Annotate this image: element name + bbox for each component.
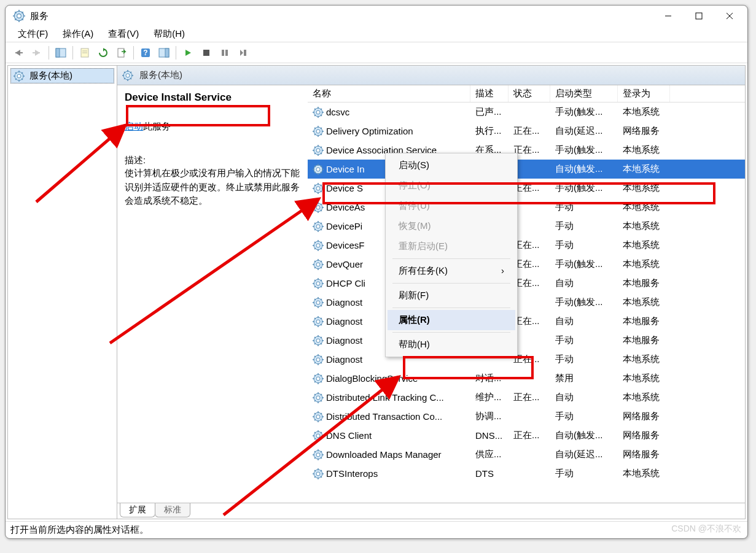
ctx-help[interactable]: 帮助(H) <box>388 335 515 355</box>
service-row[interactable]: DevQuer正在...手动(触发...本地系统 <box>308 255 745 274</box>
export-toolbar-button[interactable] <box>114 45 130 61</box>
cell-desc: 已声... <box>470 106 509 118</box>
ctx-start[interactable]: 启动(S) <box>388 155 515 176</box>
cell-start: 自动(触发... <box>550 430 618 441</box>
gear-icon <box>313 145 324 156</box>
cell-name: Downloaded Maps Manager <box>326 449 442 460</box>
help-icon: ? <box>141 48 150 58</box>
service-row[interactable]: Downloaded Maps Manager供应...自动(延迟...网络服务 <box>308 445 745 464</box>
cell-logon: 本地系统 <box>618 163 670 175</box>
gear-icon <box>313 107 324 118</box>
service-row[interactable]: DTSInteropsDTS手动本地系统 <box>308 464 745 483</box>
stop-service-button[interactable] <box>198 45 214 61</box>
description-label: 描述: <box>125 155 300 166</box>
service-row[interactable]: Diagnost手动本地服务 <box>308 331 745 350</box>
menu-action[interactable]: 操作(A) <box>55 27 101 41</box>
service-row[interactable]: Diagnost手动(触发...本地系统 <box>308 293 745 312</box>
show-hide-action-button[interactable] <box>156 45 172 61</box>
refresh-toolbar-button[interactable] <box>95 45 111 61</box>
service-row[interactable]: DialogBlockingService对话...禁用本地系统 <box>308 369 745 388</box>
gear-icon <box>313 354 324 365</box>
menu-file[interactable]: 文件(F) <box>10 27 55 41</box>
service-row[interactable]: Diagnost正在...手动本地系统 <box>308 350 745 369</box>
cell-name: DevicePi <box>326 221 362 231</box>
service-row[interactable]: DNS ClientDNS...正在...自动(触发...网络服务 <box>308 426 745 445</box>
ctx-properties[interactable]: 属性(R) <box>388 310 515 330</box>
toolbar: ? <box>6 42 747 63</box>
menu-view[interactable]: 查看(V) <box>101 27 146 41</box>
panel-icon <box>55 48 66 58</box>
service-row[interactable]: Device S正在...手动(触发...本地系统 <box>308 179 745 198</box>
content-area: 服务(本地) 服务(本地) Device Install Service 启动此… <box>7 65 746 519</box>
maximize-button[interactable] <box>684 6 714 26</box>
cell-logon: 网络服务 <box>618 125 670 137</box>
properties-toolbar-button[interactable] <box>77 45 93 61</box>
service-row[interactable]: dcsvc已声...手动(触发...本地系统 <box>308 102 745 122</box>
column-status[interactable]: 状态 <box>509 85 550 102</box>
arrow-left-icon <box>13 48 24 57</box>
chevron-right-icon: › <box>501 265 504 277</box>
nav-forward-button[interactable] <box>29 45 45 61</box>
service-row[interactable]: DevicesF正在...手动本地系统 <box>308 236 745 255</box>
column-name[interactable]: 名称 <box>308 85 470 102</box>
tab-standard[interactable]: 标准 <box>155 503 190 517</box>
service-row[interactable]: DevicePi手动本地系统 <box>308 217 745 236</box>
tab-extended[interactable]: 扩展 <box>120 503 155 517</box>
column-startup-type[interactable]: 启动类型 <box>550 85 618 102</box>
start-suffix: 此服务 <box>143 121 171 131</box>
service-row[interactable]: Distributed Link Tracking C...维护...正在...… <box>308 388 745 407</box>
service-row[interactable]: Distributed Transaction Co...协调...手动网络服务 <box>308 407 745 426</box>
help-toolbar-button[interactable]: ? <box>138 45 154 61</box>
pause-service-button[interactable] <box>217 45 233 61</box>
service-row[interactable]: DeviceAs手动本地系统 <box>308 198 745 217</box>
gear-icon <box>14 71 25 82</box>
cell-logon: 网络服务 <box>618 430 670 441</box>
play-icon <box>184 49 192 56</box>
service-row[interactable]: Diagnost正在...自动本地服务 <box>308 312 745 331</box>
cell-name: Delivery Optimization <box>326 126 413 136</box>
column-description[interactable]: 描述 <box>470 85 509 102</box>
maximize-icon <box>695 12 703 20</box>
cell-name: Distributed Transaction Co... <box>326 411 442 422</box>
gear-icon <box>313 411 324 422</box>
ctx-sep <box>392 307 510 308</box>
tree-item-services-local[interactable]: 服务(本地) <box>10 68 114 83</box>
cell-name: Diagnost <box>326 316 362 327</box>
tree-pane: 服务(本地) <box>8 66 117 519</box>
gear-icon <box>313 430 324 441</box>
restart-service-button[interactable] <box>235 45 251 61</box>
svg-rect-25 <box>165 48 169 57</box>
cell-start: 手动 <box>550 411 618 422</box>
service-row[interactable]: Delivery Optimization执行...正在...自动(延迟...网… <box>308 122 745 141</box>
close-button[interactable] <box>714 6 745 26</box>
ctx-all-tasks[interactable]: 所有任务(K)› <box>388 261 515 281</box>
show-hide-tree-button[interactable] <box>53 45 69 61</box>
start-link[interactable]: 启动 <box>125 121 143 131</box>
column-logon-as[interactable]: 登录为 <box>618 85 670 102</box>
cell-start: 手动 <box>550 201 618 213</box>
description-text: 使计算机在极少或没有用户输入的情况下能识别并适应硬件的更改。终止或禁用此服务会造… <box>125 166 300 208</box>
cell-start: 自动(延迟... <box>550 125 618 137</box>
main-pane: 服务(本地) Device Install Service 启动此服务 描述: … <box>117 66 745 519</box>
service-row[interactable]: DHCP Cli正在...自动本地服务 <box>308 274 745 293</box>
cell-logon: 本地系统 <box>618 239 670 251</box>
context-menu: 启动(S) 停止(O) 暂停(U) 恢复(M) 重新启动(E) 所有任务(K)›… <box>385 153 518 357</box>
menu-help[interactable]: 帮助(H) <box>146 27 192 41</box>
ctx-refresh[interactable]: 刷新(F) <box>388 285 515 306</box>
service-row[interactable]: Device In自动(触发...本地系统 <box>308 160 745 179</box>
cell-name: Device S <box>326 183 363 193</box>
arrow-right-icon <box>31 48 42 57</box>
nav-back-button[interactable] <box>10 45 26 61</box>
gear-icon <box>313 468 324 479</box>
detail-pane: Device Install Service 启动此服务 描述: 使计算机在极少… <box>117 85 308 503</box>
cell-start: 自动 <box>550 277 618 289</box>
cell-name: DHCP Cli <box>326 278 365 288</box>
cell-start: 手动(触发... <box>550 144 618 156</box>
start-service-button[interactable] <box>180 45 196 61</box>
service-row[interactable]: Device Association Service在系...正在...手动(触… <box>308 141 745 160</box>
service-rows: dcsvc已声...手动(触发...本地系统Delivery Optimizat… <box>308 102 745 503</box>
minimize-button[interactable] <box>653 6 684 26</box>
ctx-sep <box>392 332 510 333</box>
tree-item-label: 服务(本地) <box>29 70 72 82</box>
cell-name: Device In <box>326 164 365 174</box>
